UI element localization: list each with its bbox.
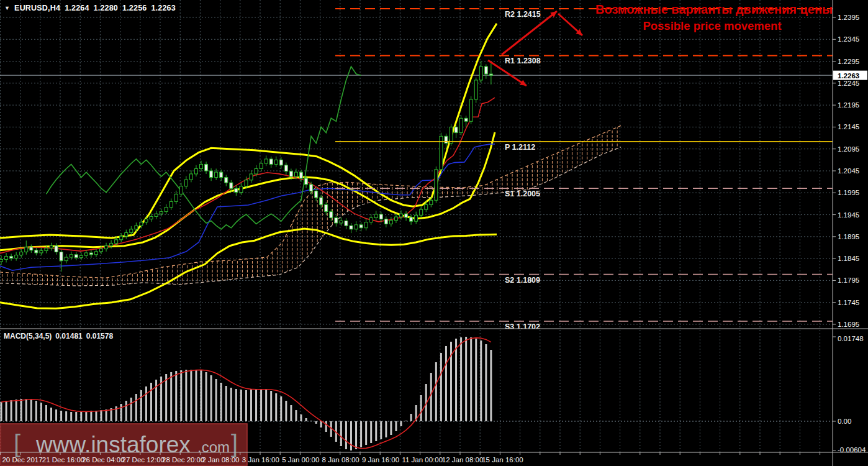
price-axis-label: 1.1945 (838, 211, 859, 219)
candle (194, 168, 197, 173)
high-value: 1.2280 (94, 4, 118, 12)
candle (160, 212, 163, 214)
price-axis-label: 1.2195 (838, 101, 859, 109)
price-axis-label: 1.1695 (838, 321, 859, 328)
candle (484, 66, 487, 74)
candle (400, 214, 403, 217)
candle (0, 260, 3, 262)
candle (184, 180, 188, 186)
symbol-dropdown-icon: ▼ (4, 5, 10, 11)
pivot-label-s3: S3 1.1702 (505, 322, 540, 331)
watermark-bracket-right: ] (231, 430, 238, 457)
candle (35, 250, 38, 253)
time-axis-label: 28 Dec 20:00 (162, 456, 204, 464)
price-axis-label: 1.1995 (838, 189, 859, 196)
candle (364, 222, 368, 228)
time-axis-label: 2 Jan 08:00 (202, 456, 239, 464)
annotation-russian: Возможные варианты движения цены (595, 2, 829, 17)
macd-axis-label: 0.01748 (838, 335, 864, 342)
candle (255, 168, 258, 173)
candle (274, 160, 278, 164)
time-axis-label: 27 Dec 12:00 (122, 456, 165, 464)
time-axis-label: 26 Dec 04:00 (82, 456, 124, 464)
candle (489, 74, 492, 75)
candle (260, 163, 263, 168)
candle (294, 172, 297, 176)
candle (474, 80, 477, 99)
price-axis-label: 1.2145 (838, 123, 859, 130)
candle (25, 247, 28, 252)
time-axis-label: 11 Jan 00:00 (402, 456, 443, 464)
candle (215, 172, 218, 177)
candle (445, 136, 448, 143)
candle (305, 178, 308, 185)
candle (135, 226, 138, 229)
candle (235, 188, 238, 192)
candle (230, 183, 233, 188)
candle (70, 255, 73, 257)
price-axis-label: 1.1795 (838, 276, 859, 284)
pivot-label-p: P 1.2112 (505, 143, 535, 152)
candle (140, 222, 143, 226)
candle (415, 215, 418, 221)
candle (220, 172, 223, 177)
time-axis-label: 9 Jan 16:00 (362, 456, 399, 464)
symbol-timeframe-label: EURUSD,H4 (14, 4, 60, 12)
pivot-label-s1: S1 1.2005 (505, 190, 540, 198)
candle (89, 253, 93, 255)
candle (284, 165, 287, 171)
candle (110, 243, 113, 245)
candle (245, 180, 248, 186)
candle (105, 246, 108, 249)
candle (450, 127, 453, 143)
candle (5, 257, 8, 260)
candle (315, 191, 318, 198)
candle (310, 185, 313, 191)
price-movement-annotation: Возможные варианты движения цены Possibl… (595, 2, 829, 33)
candle (155, 214, 158, 216)
time-axis-label: 8 Jan 08:00 (322, 456, 359, 464)
candle (79, 255, 83, 258)
candle (464, 118, 468, 121)
candle (130, 229, 133, 233)
candle (15, 255, 18, 258)
time-axis-label: 20 Dec 2017 (2, 456, 42, 464)
candle (394, 217, 397, 221)
candle (205, 164, 208, 171)
candle (389, 221, 392, 224)
ohlc-info-bar: ▼ EURUSD,H4 1.2264 1.2280 1.2256 1.2263 (4, 4, 176, 12)
macd-info-bar: MACD(5,34,5) 0.01481 0.01578 (4, 332, 113, 340)
candle (335, 218, 338, 223)
candle (340, 221, 343, 223)
candle (379, 214, 382, 219)
candle (405, 214, 408, 217)
candle (20, 252, 23, 255)
price-axis-label: 1.2345 (838, 35, 859, 43)
candle (10, 257, 13, 258)
candle (170, 201, 173, 207)
time-axis-label: 12 Jan 08:00 (442, 456, 484, 464)
time-axis-label: 3 Jan 16:00 (242, 456, 279, 464)
candle (300, 172, 303, 178)
price-axis-label: 1.1745 (838, 299, 859, 306)
candle (45, 248, 48, 250)
watermark-bracket-left: [ (14, 430, 20, 457)
watermark-tld-text: .com (197, 439, 230, 455)
time-axis-label: 5 Jan 00:00 (282, 456, 319, 464)
candle (240, 186, 243, 193)
candle (410, 217, 413, 221)
candle (420, 209, 423, 215)
candle (435, 170, 438, 200)
candle (189, 174, 192, 180)
candle (200, 164, 203, 168)
candle (125, 232, 128, 236)
low-value: 1.2256 (122, 4, 147, 12)
candle (75, 255, 78, 258)
candle (210, 171, 213, 178)
pivot-label-r2: R2 1.2415 (505, 10, 541, 19)
current-price-label: 1.2263 (838, 72, 859, 80)
candle (250, 174, 253, 180)
price-axis-label: 1.2395 (838, 14, 859, 21)
chart-canvas[interactable]: R2 1.2415R1 1.2308P 1.2112S1 1.2005S2 1.… (0, 0, 868, 466)
macd-main-value: 0.01481 (55, 332, 82, 340)
